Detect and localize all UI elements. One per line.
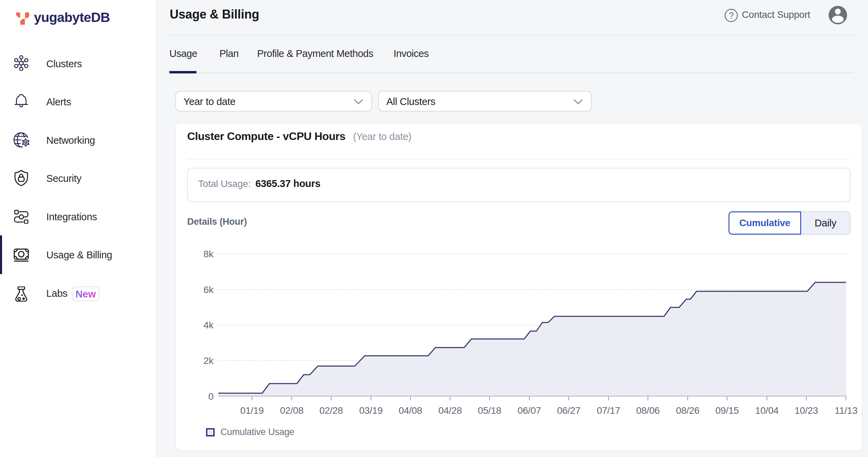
svg-text:8k: 8k — [203, 249, 214, 259]
svg-text:4k: 4k — [203, 320, 214, 330]
svg-text:11/13: 11/13 — [835, 405, 858, 416]
svg-text:04/28: 04/28 — [438, 405, 462, 416]
svg-text:08/06: 08/06 — [636, 405, 660, 416]
svg-text:02/28: 02/28 — [320, 405, 343, 416]
svg-text:07/17: 07/17 — [597, 405, 620, 416]
svg-text:03/19: 03/19 — [359, 405, 383, 416]
svg-text:0: 0 — [208, 391, 214, 402]
svg-text:?: ? — [729, 11, 734, 20]
svg-text:02/08: 02/08 — [280, 405, 304, 416]
svg-text:2k: 2k — [203, 355, 214, 366]
svg-text:10/23: 10/23 — [795, 405, 818, 416]
svg-text:09/15: 09/15 — [715, 405, 739, 416]
svg-text:01/19: 01/19 — [240, 405, 264, 416]
svg-text:05/18: 05/18 — [478, 405, 502, 416]
svg-text:06/07: 06/07 — [518, 405, 541, 416]
svg-text:06/27: 06/27 — [557, 405, 581, 416]
svg-text:6k: 6k — [203, 284, 214, 295]
svg-text:04/08: 04/08 — [399, 405, 422, 416]
svg-text:10/04: 10/04 — [755, 405, 779, 416]
svg-text:Cumulative Usage: Cumulative Usage — [220, 427, 294, 437]
svg-text:08/26: 08/26 — [676, 405, 700, 416]
